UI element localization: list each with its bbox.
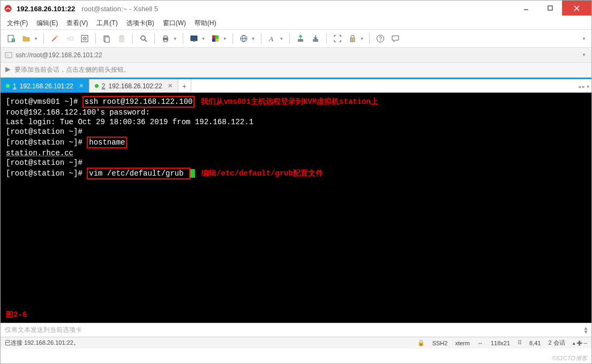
help-icon[interactable]: ? xyxy=(374,32,387,45)
svg-rect-26 xyxy=(215,35,219,39)
status-cursor-pos: 8,41 xyxy=(529,340,541,346)
terminal-small-icon: >_ xyxy=(5,51,12,59)
globe-dropdown-icon[interactable]: ▼ xyxy=(251,36,256,41)
disconnect-icon[interactable] xyxy=(63,32,76,45)
svg-rect-23 xyxy=(191,36,197,41)
toolbar-overflow-icon[interactable]: ▼ xyxy=(582,36,586,41)
arrow-left-icon[interactable]: ⯈ xyxy=(5,66,11,74)
screen-icon[interactable] xyxy=(188,32,200,45)
svg-text:?: ? xyxy=(379,36,383,42)
cmd-ssh: ssh root@192.168.122.100 xyxy=(83,96,195,108)
color-dropdown-icon[interactable]: ▼ xyxy=(223,36,227,41)
cmd-hostname: hostname xyxy=(87,136,127,148)
menu-tab[interactable]: 选项卡(B) xyxy=(126,19,154,28)
menu-tools[interactable]: 工具(T) xyxy=(96,19,117,28)
send-spin-icon[interactable]: ▲▼ xyxy=(583,327,588,334)
tab-label: 192.168.26.101:22 xyxy=(20,82,73,90)
font-dropdown-icon[interactable]: ▼ xyxy=(280,36,284,41)
svg-rect-2 xyxy=(548,6,552,10)
status-protocol: SSH2 xyxy=(432,340,448,346)
status-dot-icon xyxy=(95,84,99,88)
svg-rect-10 xyxy=(70,37,73,40)
minimize-button[interactable] xyxy=(514,1,538,16)
paste-icon[interactable] xyxy=(115,32,128,45)
svg-point-9 xyxy=(56,35,58,37)
globe-icon[interactable] xyxy=(237,32,250,45)
chat-icon[interactable] xyxy=(389,32,402,45)
properties-icon[interactable] xyxy=(78,32,91,45)
wand-icon[interactable] xyxy=(48,32,61,45)
watermark: ©51CTO博客 xyxy=(552,354,587,362)
titlebar: 192.168.26.101:22 root@station:~ - Xshel… xyxy=(1,1,591,17)
copy-icon[interactable] xyxy=(100,32,113,45)
tab-close-icon[interactable]: ✕ xyxy=(168,82,173,89)
tab-label: 192.168.26.102:22 xyxy=(108,82,162,90)
svg-rect-35 xyxy=(350,38,355,42)
tab-nav-icons[interactable]: ◂ ▸ ▾ xyxy=(578,83,589,89)
open-icon[interactable] xyxy=(20,32,33,45)
lock-dropdown-icon[interactable]: ▼ xyxy=(360,36,364,41)
upload-icon[interactable] xyxy=(294,32,307,45)
chevron-up-icon[interactable]: ▴ ➕ ─ xyxy=(573,340,587,346)
send-text-bar[interactable]: 仅将文本发送到当前选项卡 ▲▼ xyxy=(1,323,591,337)
download-icon[interactable] xyxy=(309,32,322,45)
toolbar: + ▼ ▼ ▼ ▼ ▼ A ▼ ▼ ? ▼ xyxy=(1,29,591,48)
status-bar: 已连接 192.168.26.101:22。 🔒 SSH2 xterm ↔ 11… xyxy=(1,337,591,348)
svg-rect-22 xyxy=(164,40,167,42)
address-url[interactable]: ssh://root@192.168.26.101:22 xyxy=(16,51,580,59)
lock-small-icon: 🔒 xyxy=(417,339,425,346)
svg-rect-24 xyxy=(193,41,195,42)
svg-text:+: + xyxy=(12,38,14,42)
prompt: [root@station ~]# xyxy=(6,138,87,147)
svg-rect-33 xyxy=(298,39,303,42)
svg-rect-25 xyxy=(212,35,215,39)
maximize-button[interactable] xyxy=(538,1,562,16)
status-size: 118x21 xyxy=(491,340,510,346)
menubar: 文件(F) 编辑(E) 查看(V) 工具(T) 选项卡(B) 窗口(W) 帮助(… xyxy=(1,17,591,29)
line-prompt: [root@station ~]# xyxy=(6,127,586,136)
cmd-vim: vim /etc/default/grub xyxy=(87,168,190,179)
svg-rect-21 xyxy=(164,36,167,38)
find-icon[interactable] xyxy=(137,32,150,45)
prompt: [root@vms001 ~]# xyxy=(6,97,83,106)
annotation-vim: 编辑/etc/default/grub配置文件 xyxy=(201,169,323,178)
open-dropdown-icon[interactable]: ▼ xyxy=(34,36,38,41)
address-bar: >_ ssh://root@192.168.26.101:22 ▼ xyxy=(1,48,591,63)
lock-icon[interactable] xyxy=(346,32,359,45)
grid-icon: ⠿ xyxy=(518,339,522,346)
menu-help[interactable]: 帮助(H) xyxy=(194,19,216,28)
color-icon[interactable] xyxy=(209,32,222,45)
svg-rect-17 xyxy=(121,35,123,37)
new-session-icon[interactable]: + xyxy=(5,32,18,45)
figure-label: 图2-6 xyxy=(6,310,27,320)
info-bar: ⯈ 要添加当前会话，点击左侧的箭头按钮。 xyxy=(1,63,591,78)
status-terminal-type: xterm xyxy=(455,340,470,346)
annotation-ssh: 我们从vms001主机远程登录到KVM虚拟机station上 xyxy=(201,97,378,106)
menu-edit[interactable]: 编辑(E) xyxy=(36,19,58,28)
title-suffix: root@station:~ - Xshell 5 xyxy=(81,5,158,13)
status-connection: 已连接 192.168.26.101:22。 xyxy=(5,339,410,347)
menu-file[interactable]: 文件(F) xyxy=(7,19,28,28)
font-icon[interactable]: A xyxy=(266,32,279,45)
tab-session-2[interactable]: 2 192.168.26.102:22 ✕ xyxy=(89,79,178,93)
terminal-output[interactable]: [root@vms001 ~]# ssh root@192.168.122.10… xyxy=(1,93,591,323)
window-buttons xyxy=(514,1,591,16)
menu-view[interactable]: 查看(V) xyxy=(66,19,88,28)
print-icon[interactable] xyxy=(159,32,172,45)
add-tab-button[interactable]: + xyxy=(178,79,191,93)
screen-dropdown-icon[interactable]: ▼ xyxy=(201,36,206,41)
tab-close-icon[interactable]: ✕ xyxy=(79,82,84,89)
tab-session-1[interactable]: 1 192.168.26.101:22 ✕ xyxy=(1,79,89,93)
tab-number: 1 xyxy=(13,82,17,90)
print-dropdown-icon[interactable]: ▼ xyxy=(173,36,177,41)
line-prompt: [root@station ~]# xyxy=(6,158,586,168)
tab-number: 2 xyxy=(102,82,106,90)
send-placeholder: 仅将文本发送到当前选项卡 xyxy=(5,325,82,335)
svg-text:>_: >_ xyxy=(6,54,11,58)
menu-window[interactable]: 窗口(W) xyxy=(163,19,186,28)
svg-rect-27 xyxy=(212,39,215,42)
address-overflow-icon[interactable]: ▼ xyxy=(582,52,586,57)
fullscreen-icon[interactable] xyxy=(331,32,344,45)
info-bar-text: 要添加当前会话，点击左侧的箭头按钮。 xyxy=(14,65,130,74)
close-button[interactable] xyxy=(562,1,591,16)
